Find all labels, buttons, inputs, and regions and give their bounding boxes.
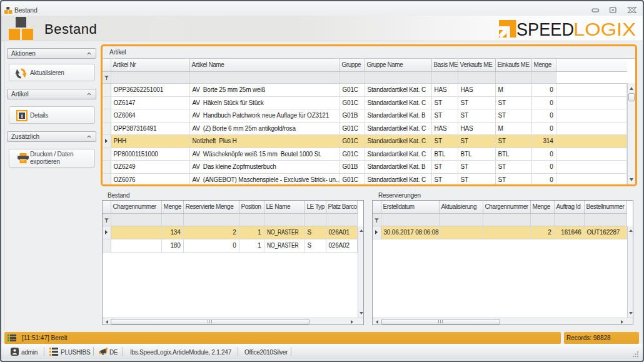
svg-text:SPEED: SPEED <box>516 19 574 39</box>
svg-text:LOGIX: LOGIX <box>573 19 636 39</box>
